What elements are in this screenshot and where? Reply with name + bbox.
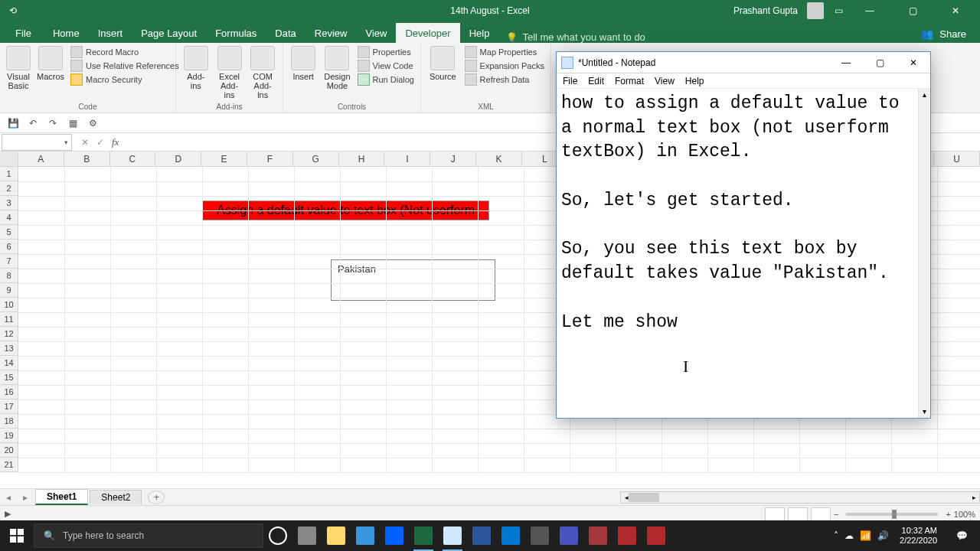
tab-home[interactable]: Home (44, 23, 89, 43)
xml-source-button[interactable]: Source (427, 46, 459, 86)
zoom-slider[interactable] (846, 513, 938, 516)
sheet-nav-prev[interactable]: ◂ (0, 492, 17, 503)
row-head-17[interactable]: 17 (0, 399, 18, 414)
volume-icon[interactable]: 🔊 (877, 530, 889, 541)
run-dialog-button[interactable]: Run Dialog (358, 73, 414, 86)
tell-me-input[interactable]: Tell me what you want to do (506, 31, 645, 43)
col-head-I[interactable]: I (384, 152, 430, 166)
row-head-5[interactable]: 5 (0, 225, 18, 240)
view-code-button[interactable]: View Code (358, 60, 414, 72)
row-head-12[interactable]: 12 (0, 327, 18, 341)
qat-icon-2[interactable]: ⚙ (86, 116, 100, 130)
row-head-16[interactable]: 16 (0, 385, 18, 399)
taskbar-search[interactable]: 🔍 Type here to search (34, 523, 263, 548)
taskbar-clock[interactable]: 10:32 AM 2/22/2020 (895, 526, 942, 546)
row-head-6[interactable]: 6 (0, 240, 18, 254)
col-head-K[interactable]: K (476, 152, 522, 166)
sheet-tab-2[interactable]: Sheet2 (90, 490, 142, 504)
refresh-data-button[interactable]: Refresh Data (465, 73, 544, 86)
sheet-tab-1[interactable]: Sheet1 (35, 489, 88, 505)
notepad-vertical-scrollbar[interactable]: ▴ ▾ (918, 89, 930, 418)
row-head-4[interactable]: 4 (0, 210, 18, 225)
row-head-13[interactable]: 13 (0, 341, 18, 356)
calculator-icon[interactable] (525, 520, 554, 551)
zoom-out-button[interactable]: − (834, 510, 838, 519)
maximize-button[interactable]: ▢ (896, 0, 929, 21)
tab-review[interactable]: Review (305, 23, 357, 43)
col-head-F[interactable]: F (247, 152, 293, 166)
macro-security-button[interactable]: Macro Security (70, 73, 179, 86)
row-head-1[interactable]: 1 (0, 167, 18, 181)
excel-taskbar-icon[interactable] (409, 520, 438, 551)
notepad-text-area[interactable]: how to assign a default value to a norma… (557, 89, 918, 418)
row-headers[interactable]: 123456789101112131415161718192021 (0, 167, 18, 472)
tab-page-layout[interactable]: Page Layout (132, 23, 206, 43)
file-explorer-icon[interactable] (322, 520, 351, 551)
tab-file[interactable]: File (3, 23, 44, 43)
page-layout-view-button[interactable] (788, 507, 808, 521)
access-icon[interactable] (583, 520, 612, 551)
notepad-minimize-button[interactable]: — (829, 52, 863, 73)
row-head-2[interactable]: 2 (0, 181, 18, 196)
sheet-nav-next[interactable]: ▸ (17, 492, 34, 503)
row-head-18[interactable]: 18 (0, 414, 18, 429)
user-name[interactable]: Prashant Gupta (733, 5, 798, 16)
start-button[interactable] (0, 520, 34, 551)
col-head-B[interactable]: B (64, 152, 110, 166)
col-head-C[interactable]: C (110, 152, 156, 166)
page-break-view-button[interactable] (811, 507, 831, 521)
insert-control-button[interactable]: Insert (289, 46, 317, 90)
name-box[interactable]: ▾ (2, 134, 72, 151)
notepad-title-bar[interactable]: *Untitled - Notepad — ▢ ✕ (557, 52, 930, 73)
record-macro-status-icon[interactable]: ▶ (5, 509, 11, 519)
normal-view-button[interactable] (765, 507, 785, 521)
record-macro-button[interactable]: Record Macro (70, 46, 179, 58)
save-icon[interactable]: 💾 (6, 116, 20, 130)
col-head-A[interactable]: A (18, 152, 64, 166)
notepad-window[interactable]: *Untitled - Notepad — ▢ ✕ File Edit Form… (556, 51, 931, 419)
notepad-menu-edit[interactable]: Edit (588, 76, 604, 86)
com-addins-button[interactable]: COM Add-ins (249, 46, 276, 99)
excel-addins-button[interactable]: Excel Add-ins (216, 46, 243, 99)
autosave-icon[interactable]: ⟲ (8, 5, 18, 16)
tab-formulas[interactable]: Formulas (206, 23, 266, 43)
tab-view[interactable]: View (356, 23, 396, 43)
col-head-U[interactable]: U (934, 152, 980, 166)
close-button[interactable]: ✕ (939, 0, 972, 21)
row-head-9[interactable]: 9 (0, 283, 18, 298)
col-head-J[interactable]: J (430, 152, 476, 166)
expansion-packs-button[interactable]: Expansion Packs (465, 60, 544, 72)
tab-data[interactable]: Data (266, 23, 305, 43)
notepad-menu-view[interactable]: View (655, 76, 675, 86)
row-head-7[interactable]: 7 (0, 254, 18, 269)
zoom-level[interactable]: 100% (954, 510, 975, 519)
map-properties-button[interactable]: Map Properties (465, 46, 544, 58)
row-head-11[interactable]: 11 (0, 312, 18, 327)
onedrive-icon[interactable]: ☁ (844, 530, 854, 541)
row-head-10[interactable]: 10 (0, 298, 18, 312)
notepad-taskbar-icon[interactable] (438, 520, 467, 551)
notepad-menu-file[interactable]: File (563, 76, 577, 86)
notepad-menu-help[interactable]: Help (685, 76, 704, 86)
row-head-15[interactable]: 15 (0, 370, 18, 385)
share-button[interactable]: Share (939, 28, 966, 40)
app-icon[interactable] (612, 520, 642, 551)
visual-basic-button[interactable]: Visual Basic (6, 46, 31, 90)
row-head-21[interactable]: 21 (0, 458, 18, 472)
minimize-button[interactable]: — (853, 0, 887, 21)
addins-button[interactable]: Add-ins (182, 46, 210, 99)
col-head-E[interactable]: E (201, 152, 247, 166)
tray-expand-icon[interactable]: ˄ (834, 530, 838, 541)
undo-icon[interactable]: ↶ (26, 116, 40, 130)
properties-button[interactable]: Properties (358, 46, 414, 58)
wifi-icon[interactable]: 📶 (860, 530, 871, 541)
row-head-14[interactable]: 14 (0, 356, 18, 370)
outlook-taskbar-icon[interactable] (496, 520, 525, 551)
enter-formula-icon[interactable]: ✓ (96, 137, 104, 148)
word-taskbar-icon[interactable] (467, 520, 496, 551)
macros-button[interactable]: Macros (37, 46, 64, 90)
row-head-3[interactable]: 3 (0, 196, 18, 210)
teams-icon[interactable] (554, 520, 583, 551)
worksheet-textbox[interactable]: Pakistan (331, 259, 495, 301)
task-view-icon[interactable] (292, 520, 322, 551)
